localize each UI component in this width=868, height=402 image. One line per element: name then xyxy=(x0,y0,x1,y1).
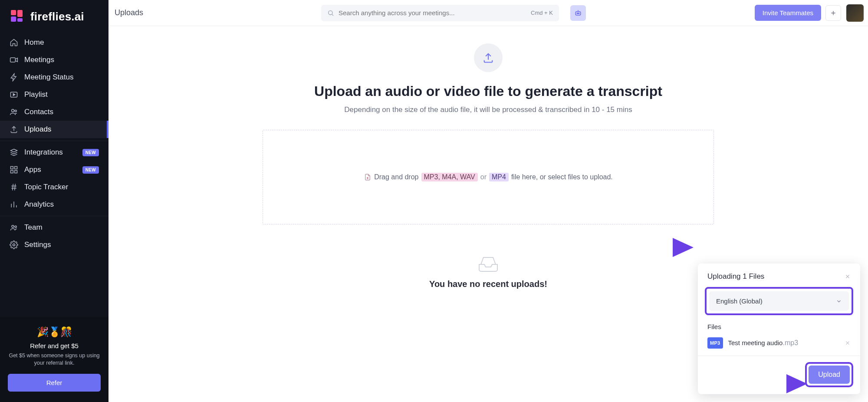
file-name: Test meeting audio xyxy=(728,339,783,346)
dropzone-tail: file here, or select files to upload. xyxy=(511,173,613,181)
confetti-icon: 🎉🏅🎊 xyxy=(8,326,101,338)
search-icon xyxy=(327,10,334,16)
sidebar-item-playlist[interactable]: Playlist xyxy=(0,86,108,103)
svg-rect-9 xyxy=(15,167,17,169)
sidebar-item-label: Team xyxy=(24,223,99,232)
bolt-icon xyxy=(10,73,18,82)
video-formats: MP4 xyxy=(489,173,509,181)
svg-point-14 xyxy=(13,244,15,246)
sidebar-item-label: Settings xyxy=(24,241,99,249)
sidebar-item-home[interactable]: Home xyxy=(0,34,108,51)
page-title: Uploads xyxy=(113,8,321,17)
hash-icon xyxy=(10,183,18,191)
sidebar-item-label: Home xyxy=(24,38,99,47)
svg-rect-3 xyxy=(17,18,23,22)
assistant-button[interactable] xyxy=(570,5,586,21)
sidebar-item-topic-tracker[interactable]: Topic Tracker xyxy=(0,178,108,196)
sidebar-item-team[interactable]: Team xyxy=(0,219,108,236)
sidebar-item-label: Apps xyxy=(24,165,76,174)
user-avatar[interactable] xyxy=(846,4,864,22)
language-label: English (Global) xyxy=(716,297,763,305)
upload-hero-icon xyxy=(474,43,503,72)
headline: Upload an audio or video file to generat… xyxy=(314,83,662,99)
svg-point-18 xyxy=(579,13,579,13)
svg-rect-11 xyxy=(15,171,17,173)
sidebar-item-label: Integrations xyxy=(24,148,76,157)
dropzone-lead: Drag and drop xyxy=(374,173,418,181)
refer-box: 🎉🏅🎊 Refer and get $5 Get $5 when someone… xyxy=(0,317,108,402)
sidebar: fireflies.ai Home Meetings Meeting Statu… xyxy=(0,0,108,402)
language-highlight: English (Global) xyxy=(705,287,853,315)
fireflies-logo-icon xyxy=(10,9,25,24)
gear-icon xyxy=(10,241,18,249)
sidebar-item-meetings[interactable]: Meetings xyxy=(0,51,108,69)
files-label: Files xyxy=(698,320,860,333)
search-bar[interactable]: Cmd + K xyxy=(321,5,559,21)
svg-point-6 xyxy=(12,109,14,112)
empty-state: You have no recent uploads! xyxy=(429,255,547,289)
refer-title: Refer and get $5 xyxy=(8,342,101,349)
brand-name: fireflies.ai xyxy=(30,10,84,23)
bars-icon xyxy=(10,200,18,209)
primary-nav: Home Meetings Meeting Status Playlist Co… xyxy=(0,32,108,254)
upload-panel-title: Uploading 1 Files xyxy=(707,272,764,281)
sidebar-item-settings[interactable]: Settings xyxy=(0,236,108,254)
playlist-icon xyxy=(10,90,18,99)
svg-point-12 xyxy=(12,225,14,227)
audio-formats: MP3, M4A, WAV xyxy=(421,173,478,181)
file-ext: .mp3 xyxy=(783,339,798,346)
sidebar-item-label: Meeting Status xyxy=(24,73,99,82)
sidebar-item-meeting-status[interactable]: Meeting Status xyxy=(0,69,108,86)
sidebar-item-contacts[interactable]: Contacts xyxy=(0,103,108,121)
sidebar-item-integrations[interactable]: Integrations NEW xyxy=(0,144,108,161)
sidebar-item-label: Uploads xyxy=(24,125,99,134)
svg-rect-8 xyxy=(11,167,13,169)
add-button[interactable] xyxy=(825,5,841,21)
file-type-badge: MP3 xyxy=(707,337,723,349)
upload-icon xyxy=(10,125,18,134)
refer-subtitle: Get $5 when someone signs up using your … xyxy=(8,352,101,367)
sidebar-item-apps[interactable]: Apps NEW xyxy=(0,161,108,178)
close-icon[interactable] xyxy=(845,273,851,280)
language-select[interactable]: English (Global) xyxy=(709,291,849,311)
stack-icon xyxy=(10,148,18,157)
header: Uploads Cmd + K Invite Teammates xyxy=(108,0,868,26)
refer-button[interactable]: Refer xyxy=(8,374,101,392)
dropzone-or: or xyxy=(480,173,487,181)
search-shortcut: Cmd + K xyxy=(531,10,553,16)
sidebar-item-label: Contacts xyxy=(24,108,99,116)
subline: Depending on the size of the audio file,… xyxy=(344,105,632,114)
grid-icon xyxy=(10,165,18,174)
empty-text: You have no recent uploads! xyxy=(429,279,547,289)
svg-point-17 xyxy=(577,13,578,13)
team-icon xyxy=(10,223,18,232)
svg-rect-4 xyxy=(10,58,16,62)
sidebar-item-uploads[interactable]: Uploads xyxy=(0,121,108,138)
sidebar-item-label: Playlist xyxy=(24,90,99,99)
inbox-icon xyxy=(477,255,500,273)
sidebar-item-label: Topic Tracker xyxy=(24,183,99,191)
file-icon xyxy=(364,173,372,181)
svg-point-7 xyxy=(15,110,16,112)
invite-teammates-button[interactable]: Invite Teammates xyxy=(755,5,821,21)
home-icon xyxy=(10,38,18,47)
sidebar-item-label: Analytics xyxy=(24,200,99,209)
video-icon xyxy=(10,56,18,64)
svg-rect-10 xyxy=(11,171,13,173)
brand-logo[interactable]: fireflies.ai xyxy=(0,0,108,32)
new-badge: NEW xyxy=(82,149,99,156)
dropzone[interactable]: Drag and drop MP3, M4A, WAV or MP4 file … xyxy=(263,130,714,224)
search-input[interactable] xyxy=(339,9,526,16)
remove-file-icon[interactable] xyxy=(845,340,851,346)
contacts-icon xyxy=(10,108,18,116)
sidebar-item-label: Meetings xyxy=(24,56,99,64)
svg-rect-2 xyxy=(17,10,23,17)
upload-panel: Uploading 1 Files English (Global) Files… xyxy=(698,264,860,394)
upload-button-highlight: Upload xyxy=(805,362,853,387)
svg-point-15 xyxy=(329,10,332,14)
chevron-down-icon xyxy=(836,298,842,304)
sidebar-item-analytics[interactable]: Analytics xyxy=(0,196,108,213)
upload-button[interactable]: Upload xyxy=(809,366,850,384)
svg-rect-0 xyxy=(11,10,16,15)
svg-rect-1 xyxy=(11,16,16,22)
